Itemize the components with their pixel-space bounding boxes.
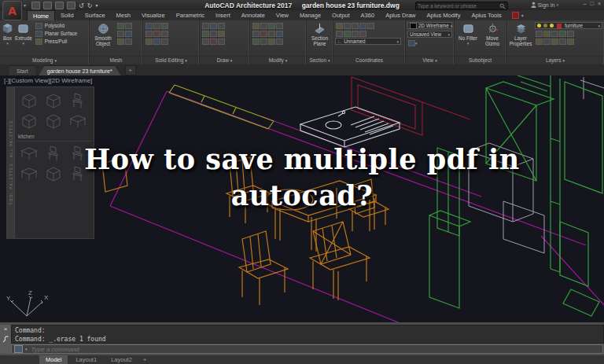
modify-icon[interactable] [276, 31, 283, 37]
panel-label-view[interactable]: View [406, 56, 454, 64]
solid-edit-icon[interactable] [153, 39, 160, 45]
draw-icon[interactable] [218, 31, 225, 37]
layer-dropdown[interactable]: furniture [535, 22, 602, 29]
mesh-small-icon[interactable] [125, 39, 132, 45]
ucs-icon[interactable] [359, 23, 366, 29]
panel-label-coordinates[interactable]: Coordinates [333, 56, 405, 64]
modify-icon[interactable] [268, 39, 275, 45]
extrude-button[interactable]: Extrude [15, 22, 32, 46]
express-tools-icon[interactable] [512, 12, 519, 19]
palette-tool[interactable] [17, 111, 41, 131]
layer-tool-icon[interactable] [543, 31, 551, 37]
command-tools-icon[interactable] [14, 345, 23, 353]
modify-icon[interactable] [268, 23, 275, 29]
ucs-icon[interactable] [344, 23, 351, 29]
layer-tool-icon[interactable] [551, 39, 558, 45]
layer-tool-icon[interactable] [559, 39, 566, 45]
palette-tool[interactable] [41, 90, 65, 111]
tab-view[interactable]: View [271, 10, 294, 20]
autocad-app-button[interactable]: A [2, 1, 22, 20]
file-tab-start[interactable]: Start [8, 65, 37, 75]
no-filter-button[interactable]: No Filter [456, 22, 480, 46]
viewport-controls[interactable]: [-][Custom View][2D Wireframe] [4, 77, 92, 84]
panel-label-modify[interactable]: Modify [250, 56, 306, 64]
draw-icon[interactable] [210, 23, 217, 29]
command-input[interactable] [30, 345, 600, 354]
tab-manage[interactable]: Manage [294, 10, 326, 20]
command-history[interactable]: Command: Command: _.erase 1 found [11, 325, 604, 344]
planar-surface-button[interactable]: Planar Surface [35, 30, 78, 37]
command-close-icon[interactable] [4, 326, 8, 333]
ucs-icon[interactable] [367, 23, 374, 29]
layer-tool-icon[interactable] [559, 31, 566, 37]
mesh-small-icon[interactable] [125, 31, 132, 37]
layout2-tab[interactable]: Layout2 [105, 355, 138, 364]
draw-icon[interactable] [202, 23, 209, 29]
command-input-bar[interactable] [11, 344, 603, 354]
ribbon-collapse-icon[interactable] [521, 13, 524, 18]
ucs-name-dropdown[interactable]: ∟ Unnamed [335, 38, 401, 45]
tab-aplus-modify[interactable]: Aplus Modify [422, 10, 466, 20]
modify-icon[interactable] [252, 31, 260, 37]
smooth-object-button[interactable]: Smooth Object [91, 22, 115, 46]
tab-home[interactable]: Home [27, 10, 55, 20]
polysolid-button[interactable]: Polysolid [35, 22, 78, 29]
help-search-box[interactable] [415, 2, 508, 10]
solid-edit-icon[interactable] [145, 23, 153, 29]
command-customize-wrench-icon[interactable] [2, 336, 9, 343]
ucs-icon[interactable] [344, 31, 351, 37]
ucs-icon[interactable] [352, 31, 359, 37]
tab-parametric[interactable]: Parametric [171, 10, 210, 20]
file-tab-drawing[interactable]: garden house 23 furniture* [39, 65, 121, 75]
draw-icon[interactable] [210, 39, 217, 45]
tab-aplus-draw[interactable]: Aplus Draw [380, 10, 421, 20]
layer-properties-button[interactable]: Layer Properties [508, 22, 533, 46]
layer-tool-icon[interactable] [536, 31, 543, 37]
new-drawing-button[interactable]: + [125, 65, 136, 75]
modify-icon[interactable] [260, 39, 267, 45]
palette-tool[interactable] [65, 111, 90, 131]
mesh-small-icon[interactable] [117, 31, 124, 37]
tab-output[interactable]: Output [326, 10, 355, 20]
visual-style-dropdown[interactable]: 2D Wireframe [407, 22, 452, 29]
ucs-icon[interactable] [359, 31, 366, 37]
tab-aplus-tools[interactable]: Aplus Tools [466, 10, 506, 20]
solid-edit-icon[interactable] [161, 39, 168, 45]
panel-label-draw[interactable]: Draw [200, 56, 249, 64]
draw-icon[interactable] [202, 39, 209, 45]
ucs-icon[interactable] [336, 23, 343, 29]
layer-tool-icon[interactable] [551, 31, 558, 37]
modify-icon[interactable] [252, 23, 260, 29]
tab-mesh[interactable]: Mesh [111, 10, 136, 20]
ucs-icon[interactable] [352, 23, 359, 29]
app-menu-arrow-icon[interactable] [24, 2, 26, 8]
modify-icon[interactable] [260, 31, 267, 37]
solid-edit-icon[interactable] [161, 31, 168, 37]
maximize-icon[interactable] [591, 1, 594, 6]
minimize-icon[interactable] [584, 1, 587, 6]
layer-tool-icon[interactable] [567, 31, 574, 37]
modify-icon[interactable] [276, 23, 283, 29]
draw-icon[interactable] [218, 39, 225, 45]
modify-icon[interactable] [252, 39, 260, 45]
layout1-tab[interactable]: Layout1 [69, 355, 103, 364]
model-tab[interactable]: Model [39, 355, 68, 364]
draw-icon[interactable] [218, 23, 225, 29]
modify-icon[interactable] [260, 23, 267, 29]
press-pull-button[interactable]: Press/Pull [35, 38, 78, 45]
layer-tool-icon[interactable] [567, 39, 574, 45]
draw-icon[interactable] [210, 31, 217, 37]
mesh-small-icon[interactable] [117, 39, 124, 45]
ucs-icon[interactable] [336, 31, 343, 37]
tab-insert[interactable]: Insert [210, 10, 236, 20]
move-gizmo-button[interactable]: Move Gizmo [481, 22, 503, 46]
modify-icon[interactable] [276, 39, 283, 45]
tab-visualize[interactable]: Visualize [136, 10, 171, 20]
box-button[interactable]: Box [2, 22, 13, 46]
named-view-dropdown[interactable]: Unsaved View [407, 31, 452, 38]
search-icon[interactable] [499, 3, 506, 9]
tab-solid[interactable]: Solid [55, 10, 79, 20]
panel-label-solid-editing[interactable]: Solid Editing [143, 56, 199, 64]
panel-label-layers[interactable]: Layers [506, 56, 604, 64]
sign-in-button[interactable]: Sign In [531, 2, 558, 8]
